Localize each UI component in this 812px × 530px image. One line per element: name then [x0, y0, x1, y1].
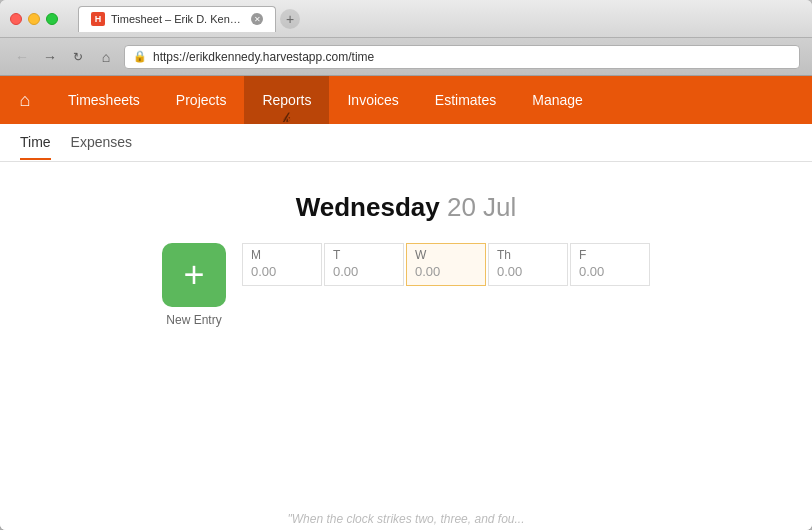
nav-estimates[interactable]: Estimates [417, 76, 514, 124]
date-day: 20 Jul [447, 192, 516, 222]
date-header: Wednesday 20 Jul [296, 192, 517, 223]
tab-close-button[interactable]: ✕ [251, 13, 263, 25]
day-col-thu: Th 0.00 [488, 243, 568, 286]
title-bar: H Timesheet – Erik D. Kenned… ✕ + [0, 0, 812, 38]
home-button[interactable]: ⌂ [96, 47, 116, 67]
day-value-thu: 0.00 [489, 264, 567, 285]
content-area: Wednesday 20 Jul + New Entry [0, 162, 812, 530]
top-nav: ⌂ Timesheets Projects Reports 𝓀 Invoices… [0, 76, 812, 124]
nav-manage[interactable]: Manage [514, 76, 601, 124]
day-col-mon: M 0.00 [242, 243, 322, 286]
cursor-icon: 𝓀 [283, 109, 290, 126]
back-button[interactable]: ← [12, 47, 32, 67]
url-text: https://erikdkennedy.harvestapp.com/time [153, 50, 374, 64]
subnav-time[interactable]: Time [20, 126, 51, 160]
bottom-quote: "When the clock strikes two, three, and … [0, 512, 812, 526]
day-value-fri: 0.00 [571, 264, 649, 285]
day-label-wed: W [407, 244, 485, 264]
timesheet-area: + New Entry M 0.00 T 0.00 [162, 243, 650, 327]
address-bar: ← → ↻ ⌂ 🔒 https://erikdkennedy.harvestap… [0, 38, 812, 76]
day-label-thu: Th [489, 244, 567, 264]
new-entry-button[interactable]: + [162, 243, 226, 307]
day-value-mon: 0.00 [243, 264, 321, 285]
maximize-button[interactable] [46, 13, 58, 25]
tab-title: Timesheet – Erik D. Kenned… [111, 13, 241, 25]
new-entry-label: New Entry [166, 313, 221, 327]
refresh-button[interactable]: ↻ [68, 47, 88, 67]
plus-icon: + [183, 257, 204, 293]
nav-home-button[interactable]: ⌂ [0, 76, 50, 124]
minimize-button[interactable] [28, 13, 40, 25]
subnav-expenses[interactable]: Expenses [71, 126, 132, 160]
url-bar[interactable]: 🔒 https://erikdkennedy.harvestapp.com/ti… [124, 45, 800, 69]
close-button[interactable] [10, 13, 22, 25]
nav-projects[interactable]: Projects [158, 76, 245, 124]
app-content: ⌂ Timesheets Projects Reports 𝓀 Invoices… [0, 76, 812, 530]
nav-reports[interactable]: Reports 𝓀 [244, 76, 329, 124]
nav-invoices[interactable]: Invoices [329, 76, 416, 124]
main-content: Wednesday 20 Jul + New Entry [0, 162, 812, 530]
day-label-fri: F [571, 244, 649, 264]
date-weekday: Wednesday [296, 192, 440, 222]
day-label-mon: M [243, 244, 321, 264]
day-value-tue: 0.00 [325, 264, 403, 285]
tab-bar: H Timesheet – Erik D. Kenned… ✕ + [78, 6, 792, 32]
week-grid: M 0.00 T 0.00 W 0.00 Th [242, 243, 650, 286]
browser-tab[interactable]: H Timesheet – Erik D. Kenned… ✕ [78, 6, 276, 32]
traffic-lights [10, 13, 58, 25]
sub-nav: Time Expenses [0, 124, 812, 162]
day-label-tue: T [325, 244, 403, 264]
day-value-wed: 0.00 [407, 264, 485, 285]
nav-timesheets[interactable]: Timesheets [50, 76, 158, 124]
ssl-icon: 🔒 [133, 50, 147, 63]
forward-button[interactable]: → [40, 47, 60, 67]
new-entry-container: + New Entry [162, 243, 226, 327]
new-tab-button[interactable]: + [280, 9, 300, 29]
tab-favicon: H [91, 12, 105, 26]
day-col-fri: F 0.00 [570, 243, 650, 286]
day-col-tue: T 0.00 [324, 243, 404, 286]
home-icon: ⌂ [20, 90, 31, 111]
day-col-wed: W 0.00 [406, 243, 486, 286]
browser-window: H Timesheet – Erik D. Kenned… ✕ + ← → ↻ … [0, 0, 812, 530]
